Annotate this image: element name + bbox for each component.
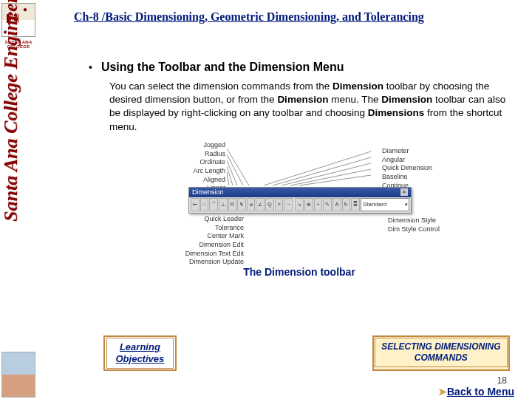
topic-box: SELECTING DIMENSIONING COMMANDS: [372, 335, 510, 371]
arrow-icon: ➤: [438, 386, 447, 398]
svg-line-4: [227, 172, 229, 185]
svg-line-2: [227, 160, 237, 185]
instructor-photo: [1, 352, 35, 398]
ordinate-dim-button[interactable]: ⊥: [219, 198, 228, 211]
baseline-dim-button[interactable]: ≡: [275, 198, 284, 211]
svg-line-7: [273, 157, 371, 185]
diagram-caption: The Dimension toolbar: [89, 266, 510, 278]
dim-update-button[interactable]: ↻: [342, 198, 351, 211]
aligned-dim-button[interactable]: ⟋: [200, 198, 209, 211]
back-to-menu-link[interactable]: ➤Back to Menu: [438, 386, 514, 398]
diameter-dim-button[interactable]: ⌀: [247, 198, 256, 211]
close-icon[interactable]: ×: [400, 188, 408, 196]
svg-line-8: [282, 163, 371, 185]
svg-line-1: [227, 154, 243, 185]
labels-top-right: Diameter Angular Quick Dimension Baselin…: [382, 147, 432, 190]
dim-style-button[interactable]: ≣: [351, 198, 360, 211]
svg-line-10: [299, 175, 371, 185]
leader-button[interactable]: ↘: [295, 198, 304, 211]
continue-dim-button[interactable]: →: [284, 198, 293, 211]
chapter-title: Ch-8 /Basic Dimensioning, Geometric Dime…: [74, 10, 525, 24]
dim-style-dropdown[interactable]: Standard: [361, 198, 409, 211]
jogged-dim-button[interactable]: ↯: [237, 198, 246, 211]
angular-dim-button[interactable]: ∠: [256, 198, 265, 211]
body-paragraph: You can select the dimension commands fr…: [109, 80, 510, 134]
dim-edit-button[interactable]: ✎: [323, 198, 332, 211]
toolbar-window-title: Dimension: [192, 188, 224, 196]
svg-line-9: [290, 169, 371, 185]
svg-line-6: [264, 151, 371, 185]
arclength-dim-button[interactable]: ⌒: [209, 198, 218, 211]
bullet-icon: •: [89, 61, 92, 73]
labels-bottom-left: Quick Leader Tolerance Center Mark Dimen…: [170, 215, 244, 267]
learning-objectives-button[interactable]: Learning Objectives: [103, 335, 177, 371]
labels-top-left: Jogged Radius Ordinate Arc Length Aligne…: [174, 141, 225, 193]
linear-dim-button[interactable]: ⊢: [191, 198, 200, 211]
tolerance-button[interactable]: ⊕: [304, 198, 313, 211]
radius-dim-button[interactable]: R: [228, 198, 237, 211]
labels-bottom-right: Dimension Style Dim Style Control: [388, 216, 440, 233]
toolbar-diagram: Jogged Radius Ordinate Arc Length Aligne…: [159, 141, 440, 263]
svg-line-0: [227, 149, 249, 185]
quick-dim-button[interactable]: Q: [265, 198, 274, 211]
section-heading: Using the Toolbar and the Dimension Menu: [101, 61, 344, 74]
vertical-title: Santa Ana College Engineering: [0, 0, 22, 222]
dimension-toolbar: Dimension × ⊢ ⟋ ⌒ ⊥ R ↯ ⌀ ∠ Q ≡ → ↘: [188, 187, 412, 214]
svg-line-3: [227, 166, 233, 185]
center-mark-button[interactable]: +: [314, 198, 323, 211]
dim-text-edit-button[interactable]: A: [332, 198, 341, 211]
page-number: 18: [497, 375, 507, 386]
